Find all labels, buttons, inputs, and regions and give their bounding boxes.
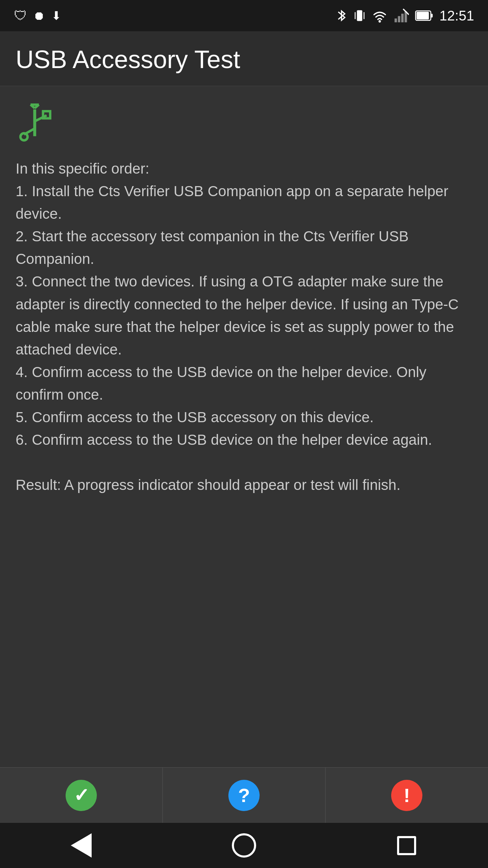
svg-point-3	[378, 20, 381, 23]
nav-home-button[interactable]	[227, 828, 261, 863]
svg-rect-2	[363, 12, 364, 19]
svg-rect-5	[398, 16, 400, 22]
instruction-step-6: 6. Confirm access to the USB device on t…	[16, 432, 432, 448]
pass-button[interactable]: ✓	[0, 768, 163, 823]
svg-point-16	[20, 133, 28, 141]
title-bar: USB Accessory Test	[0, 31, 488, 86]
instruction-result: Result: A progress indicator should appe…	[16, 477, 401, 493]
info-button[interactable]: ?	[163, 768, 326, 823]
nav-back-button[interactable]	[64, 828, 99, 863]
fail-button[interactable]: !	[326, 768, 488, 823]
status-time: 12:51	[439, 8, 474, 24]
recent-icon	[397, 836, 416, 855]
info-icon: ?	[228, 780, 260, 811]
instruction-step-4: 4. Confirm access to the USB device on t…	[16, 364, 427, 403]
shield-icon: 🛡	[14, 8, 27, 23]
bluetooth-icon	[336, 8, 347, 23]
svg-rect-15	[43, 111, 50, 118]
nav-bar	[0, 823, 488, 868]
back-icon	[71, 833, 92, 858]
download-icon: ⬇	[51, 9, 61, 23]
status-bar: 🛡 ⏺ ⬇	[0, 0, 488, 31]
status-bar-left: 🛡 ⏺ ⬇	[14, 8, 61, 23]
instruction-step-3: 3. Connect the two devices. If using a O…	[16, 273, 458, 357]
action-bar: ✓ ? !	[0, 767, 488, 823]
vibrate-icon	[353, 8, 366, 23]
instruction-line-intro: In this specific order:	[16, 160, 149, 177]
svg-rect-11	[417, 12, 429, 19]
info-question: ?	[238, 784, 250, 807]
fail-icon: !	[391, 780, 422, 811]
instruction-step-5: 5. Confirm access to the USB accessory o…	[16, 409, 374, 425]
pass-checkmark: ✓	[74, 784, 89, 806]
svg-rect-4	[395, 18, 397, 22]
signal-icon	[394, 9, 409, 23]
svg-rect-0	[357, 10, 362, 21]
battery-icon	[415, 9, 433, 22]
svg-rect-1	[355, 12, 356, 19]
svg-rect-6	[401, 14, 404, 23]
nav-recent-button[interactable]	[389, 828, 424, 863]
usb-icon	[16, 103, 54, 145]
instruction-step-2: 2. Start the accessory test companion in…	[16, 228, 409, 267]
fail-exclamation: !	[404, 784, 410, 807]
page-title: USB Accessory Test	[16, 45, 240, 73]
instruction-step-1: 1. Install the Cts Verifier USB Companio…	[16, 183, 448, 222]
instructions-text: In this specific order: 1. Install the C…	[16, 157, 472, 496]
wifi-icon	[372, 9, 387, 23]
status-bar-right: 12:51	[336, 8, 474, 24]
main-content: In this specific order: 1. Install the C…	[0, 86, 488, 767]
svg-rect-10	[431, 14, 432, 18]
record-icon: ⏺	[33, 9, 45, 23]
home-icon	[232, 833, 256, 858]
pass-icon: ✓	[66, 780, 97, 811]
